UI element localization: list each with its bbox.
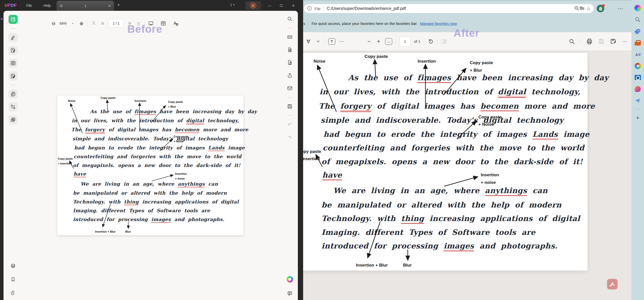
microsoft-365-icon[interactable]: [633, 62, 643, 70]
paperclip-icon[interactable]: [9, 288, 18, 297]
address-bar[interactable]: File C:/Users/super/Downloads/enhance_pd…: [304, 4, 594, 13]
drop-icon[interactable]: [633, 97, 643, 105]
rotate-icon[interactable]: [428, 38, 434, 45]
zoom-level[interactable]: 64%: [60, 20, 67, 27]
profile-avatar[interactable]: [597, 5, 604, 12]
pen-dropdown-icon[interactable]: [315, 38, 321, 45]
new-tab-button[interactable]: +: [115, 3, 122, 8]
ai-assistant-icon[interactable]: [285, 275, 294, 284]
updf-logo-letter: P: [8, 3, 11, 8]
fit-to-width-icon[interactable]: ↔: [385, 38, 392, 45]
save-icon[interactable]: [285, 102, 294, 111]
rail-divider: [11, 28, 15, 29]
next-page-button[interactable]: [127, 20, 133, 27]
toolbar-more-icon[interactable]: ⋯: [339, 38, 345, 45]
convert-icon[interactable]: [285, 45, 294, 54]
updf-titlebar: UPDF File Help ⊘ 1 ✕ + 1 ▾ h — ✕: [0, 0, 303, 11]
pdf-viewer-area: As the use of fimages have been increasi…: [302, 51, 631, 300]
games-icon[interactable]: ♟♛: [633, 50, 643, 58]
page-organize-icon[interactable]: [9, 59, 18, 68]
tab-close-icon[interactable]: ✕: [108, 4, 111, 8]
browser-menu-icon[interactable]: ⋯: [617, 5, 624, 12]
two-page-view-icon[interactable]: [160, 20, 166, 27]
pdf-search-icon[interactable]: [569, 38, 575, 45]
crop-icon[interactable]: [9, 102, 18, 111]
rail-divider: [288, 97, 292, 98]
open-in-acrobat-button[interactable]: [607, 279, 618, 289]
zoom-out-button[interactable]: ⊖: [51, 20, 56, 27]
annotate-pen-icon[interactable]: ∀: [305, 38, 311, 45]
maximize-button[interactable]: [276, 2, 286, 9]
updf-logo-letter: F: [14, 3, 17, 8]
translate-icon[interactable]: [173, 20, 178, 27]
share-icon[interactable]: [285, 71, 294, 80]
minimize-button[interactable]: —: [265, 2, 275, 9]
pdf-page-before[interactable]: As the use of fimages have been increasi…: [57, 96, 244, 235]
updf-right-toolbar-bottom: [284, 275, 296, 298]
favorites-clipped-item[interactable]: s: [303, 21, 305, 26]
page-info-icon[interactable]: [307, 6, 312, 12]
print-icon[interactable]: [586, 38, 593, 45]
manage-favorites-link[interactable]: Manage favorites now: [420, 21, 457, 26]
shopping-icon[interactable]: [633, 27, 643, 35]
address-menu-file[interactable]: File: [314, 7, 320, 11]
add-text-icon[interactable]: T: [328, 38, 335, 45]
copilot-icon[interactable]: [633, 4, 643, 12]
favorites-message: For quick access, place your favorites h…: [312, 21, 418, 26]
page-count-dropdown[interactable]: 1 ▾: [230, 3, 234, 7]
designer-icon[interactable]: [633, 85, 643, 93]
page-indicator-box[interactable]: 1 / 1: [109, 19, 124, 28]
comment-icon[interactable]: [285, 289, 294, 298]
zoom-in-button[interactable]: ⊕: [79, 20, 84, 27]
previous-page-button[interactable]: [100, 20, 105, 27]
document-tab[interactable]: ⊘ 1 ✕: [57, 1, 114, 11]
page-count-value: 1: [230, 3, 232, 7]
page-view-icon[interactable]: [441, 38, 447, 45]
page-number-input[interactable]: 1: [399, 36, 411, 47]
save-as-icon[interactable]: [610, 38, 616, 45]
layers-icon[interactable]: [9, 261, 18, 270]
protect-icon[interactable]: [285, 58, 294, 67]
presentation-mode-icon[interactable]: [148, 20, 154, 27]
close-button[interactable]: ✕: [288, 2, 298, 9]
notification-badge: [602, 4, 605, 7]
undo-icon[interactable]: ↶: [285, 120, 294, 129]
menu-help[interactable]: Help: [42, 4, 53, 8]
slideshow-icon[interactable]: [9, 115, 18, 124]
updf-logo-letter: U: [5, 3, 8, 8]
redo-icon[interactable]: ↷: [285, 133, 294, 142]
zoom-out-pdf-icon[interactable]: −: [366, 38, 372, 45]
ocr-icon[interactable]: OCR: [285, 32, 294, 41]
favorite-star-icon[interactable]: ☆: [586, 6, 591, 12]
pdf-edit-icon[interactable]: [9, 71, 18, 80]
first-page-button[interactable]: [91, 20, 97, 27]
annotation-arrows: [57, 96, 244, 235]
tab-document-icon: ⊘: [60, 4, 63, 8]
pdf-page-after[interactable]: As the use of fimages have been increasi…: [302, 53, 587, 271]
updf-view-toolbar: ⊖ 64% ▾ ⊕ 1 / 1: [51, 18, 178, 28]
outlook-icon[interactable]: [633, 73, 643, 81]
bookmark-icon[interactable]: [9, 275, 18, 284]
mail-icon[interactable]: [285, 84, 294, 93]
tools-icon[interactable]: [633, 39, 643, 47]
zoom-dropdown-icon[interactable]: ▾: [70, 20, 75, 27]
search-icon[interactable]: [285, 14, 294, 23]
menu-file[interactable]: File: [24, 4, 34, 8]
rail-divider: [288, 28, 292, 28]
acrobat-icon: [609, 281, 616, 287]
reader-icon[interactable]: [9, 15, 18, 24]
avatar: h: [250, 2, 256, 9]
edge-window: File C:/Users/super/Downloads/enhance_pd…: [302, 0, 644, 300]
address-url[interactable]: C:/Users/super/Downloads/enhance_pdf.pdf: [327, 6, 406, 11]
add-icon[interactable]: +: [633, 114, 643, 122]
highlighter-icon[interactable]: [9, 33, 18, 42]
page-copy-icon[interactable]: [9, 90, 18, 99]
note-edit-icon[interactable]: [9, 46, 18, 55]
zoom-in-pdf-icon[interactable]: +: [376, 38, 382, 45]
last-page-button[interactable]: [136, 20, 141, 27]
sidebar-search-icon[interactable]: [633, 16, 643, 24]
pdf-more-icon[interactable]: ⋯: [622, 38, 628, 45]
favorites-list-icon[interactable]: [578, 5, 586, 12]
account-button[interactable]: h: [245, 1, 261, 10]
updf-right-toolbar: OCR↶↷: [284, 14, 296, 142]
